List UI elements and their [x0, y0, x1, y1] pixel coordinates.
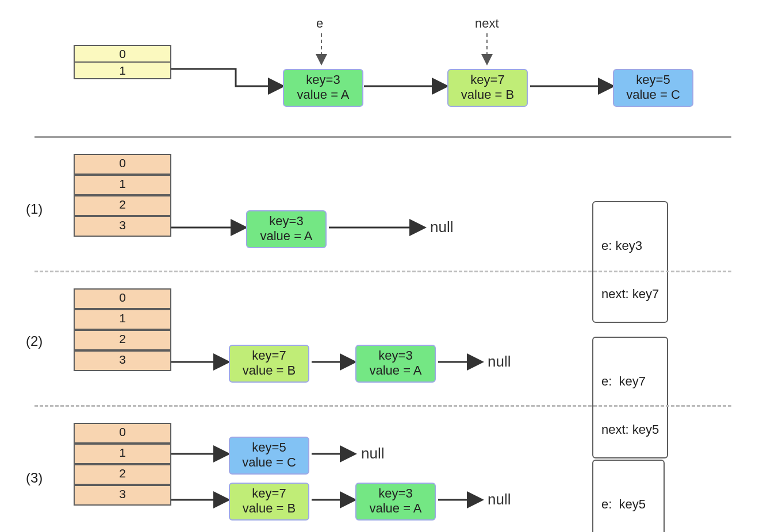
bucket-cell: 0: [74, 154, 171, 175]
chain-node: key=3 value = A: [355, 483, 436, 521]
divider: [34, 271, 731, 272]
chain-node: key=7 value = B: [447, 69, 528, 107]
node-key: key=3: [253, 214, 320, 229]
step-label: (1): [26, 201, 43, 217]
node-key: key=5: [620, 72, 687, 87]
step-label: (3): [26, 470, 43, 486]
node-key: key=3: [362, 486, 429, 501]
node-value: value = B: [236, 501, 302, 516]
state-next: next: key5: [601, 422, 659, 438]
bucket-cell: 0: [74, 423, 171, 444]
bucket-cell: 3: [74, 485, 171, 506]
bucket-cell: 3: [74, 216, 171, 237]
divider: [34, 405, 731, 407]
pointer-label-e: e: [316, 16, 323, 31]
null-text: null: [488, 353, 511, 371]
bucket-cell: 1: [74, 175, 171, 195]
bucket-cell: 1: [74, 444, 171, 464]
null-text: null: [488, 491, 511, 508]
node-value: value = A: [253, 229, 320, 244]
node-value: value = A: [362, 501, 429, 516]
bucket-cell: 0: [74, 45, 171, 62]
state-box: e: key7 next: key5: [592, 337, 668, 458]
state-next: next: key7: [601, 286, 659, 302]
bucket-cell: 3: [74, 350, 171, 371]
bucket-cell: 2: [74, 464, 171, 485]
chain-node: key=3 value = A: [355, 345, 436, 383]
bucket-cell: 2: [74, 330, 171, 350]
node-value: value = A: [290, 87, 356, 102]
pointer-label-next: next: [475, 16, 499, 31]
node-key: key=7: [236, 348, 302, 363]
bucket-cell: 1: [74, 309, 171, 330]
null-text: null: [361, 445, 384, 462]
chain-node: key=7 value = B: [229, 345, 309, 383]
node-value: value = B: [236, 363, 302, 378]
chain-node: key=3 value = A: [246, 210, 327, 248]
node-value: value = C: [620, 87, 687, 102]
divider: [34, 136, 731, 138]
null-text: null: [430, 218, 453, 236]
node-key: key=5: [236, 440, 302, 455]
node-key: key=7: [236, 486, 302, 501]
chain-node: key=5 value = C: [229, 437, 309, 475]
node-key: key=3: [290, 72, 356, 87]
node-key: key=3: [362, 348, 429, 363]
node-key: key=7: [454, 72, 521, 87]
chain-node: key=5 value = C: [613, 69, 693, 107]
bucket-cell: 0: [74, 288, 171, 309]
bucket-cell: 2: [74, 195, 171, 216]
state-e: e: key3: [601, 238, 659, 254]
bucket-cell: 1: [74, 62, 171, 79]
chain-node: key=3 value = A: [283, 69, 363, 107]
node-value: value = A: [362, 363, 429, 378]
state-e: e: key5: [601, 496, 655, 512]
node-value: value = C: [236, 455, 302, 470]
state-box: e: key3 next: key7: [592, 201, 668, 323]
chain-node: key=7 value = B: [229, 483, 309, 521]
state-e: e: key7: [601, 373, 659, 390]
state-box: e: key5 next: null: [592, 460, 665, 532]
step-label: (2): [26, 333, 43, 349]
node-value: value = B: [454, 87, 521, 102]
